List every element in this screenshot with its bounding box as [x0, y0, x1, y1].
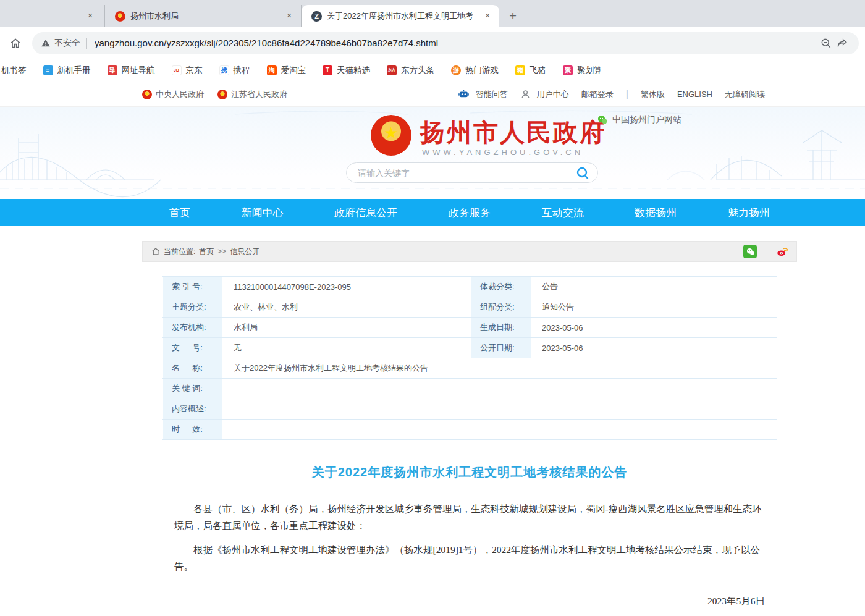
meta-value: 无 [224, 338, 470, 358]
bookmark-item[interactable]: 淘爱淘宝 [267, 65, 306, 76]
gov-site-link[interactable]: ★江苏省人民政府 [217, 89, 287, 100]
article-title: 关于2022年度扬州市水利工程文明工地考核结果的公告 [174, 464, 765, 481]
site-search-box[interactable] [346, 162, 598, 183]
meta-label: 组配分类: [470, 297, 532, 317]
gov-site-link[interactable]: ★中央人民政府 [142, 89, 204, 100]
meta-value: 通知公告 [532, 297, 777, 317]
nav-item[interactable]: 新闻中心 [242, 206, 284, 220]
bookmark-item[interactable]: JD京东 [172, 65, 203, 76]
topbar-link-无障碍阅读[interactable]: 无障碍阅读 [725, 89, 765, 100]
bookmark-item[interactable]: 聚聚划算 [563, 65, 602, 76]
topbar-link-label: 繁体版 [641, 89, 665, 100]
topbar-link-label: 邮箱登录 [581, 89, 614, 100]
home-icon [151, 247, 160, 256]
zoom-out-icon[interactable] [818, 35, 834, 51]
tab-close-icon[interactable]: × [85, 11, 96, 22]
tab-close-icon[interactable]: × [482, 11, 493, 22]
topbar-link-label: 用户中心 [537, 89, 569, 100]
meta-value [224, 420, 777, 439]
meta-label: 主题分类: [162, 297, 224, 317]
meta-value: 2023-05-06 [532, 338, 777, 358]
meta-label: 时 效: [162, 420, 224, 439]
bookmark-item[interactable]: 携携程 [219, 65, 250, 76]
browser-tab-active[interactable]: Z 关于2022年度扬州市水利工程文明工地考 × [302, 5, 499, 27]
search-input[interactable] [358, 168, 575, 178]
nav-item[interactable]: 数据扬州 [635, 206, 677, 220]
divider [86, 38, 87, 49]
taobao-icon: 淘 [267, 65, 277, 75]
security-label: 不安全 [54, 38, 80, 49]
topbar-link-邮箱登录[interactable]: 邮箱登录 [581, 89, 614, 100]
national-emblem-icon: ★ [217, 90, 227, 99]
tab-title: 扬州市水利局 [130, 11, 279, 22]
tab-close-icon[interactable]: × [284, 11, 295, 22]
topbar-link-用户中心[interactable]: 用户中心 [520, 89, 569, 100]
article-paragraph: 根据《扬州市水利工程文明工地建设管理办法》（扬水规[2019]1号），2022年… [174, 541, 765, 575]
topbar-link-label: 无障碍阅读 [725, 89, 765, 100]
bookmark-item[interactable]: T天猫精选 [323, 65, 370, 76]
meta-row: 索 引 号:11321000014407098E-2023-095体裁分类:公告 [162, 277, 777, 297]
national-emblem-icon: ★ [142, 90, 152, 99]
site-name: 扬州市人民政府 [420, 116, 606, 150]
new-tab-button[interactable]: + [504, 7, 521, 25]
url-pill[interactable]: 不安全 yangzhou.gov.cn/yzszxxgk/slj/202305/… [32, 32, 859, 54]
search-icon[interactable] [575, 166, 590, 180]
bookmark-item[interactable]: 导网址导航 [108, 65, 155, 76]
national-emblem-favicon: ★ [115, 11, 125, 22]
juhuasuan-icon: 聚 [563, 65, 573, 75]
nav-item[interactable]: 政府信息公开 [334, 206, 397, 220]
star-glyph: ★ [220, 92, 224, 97]
browser-tab-cutoff[interactable]: × [0, 5, 105, 27]
meta-value [224, 379, 777, 399]
meta-value: 关于2022年度扬州市水利工程文明工地考核结果的公告 [224, 358, 777, 378]
nav-item[interactable]: 首页 [169, 206, 190, 220]
share-weibo-icon[interactable] [775, 245, 789, 258]
wechat-icon [597, 114, 608, 125]
meta-value: 公告 [532, 277, 777, 297]
site-z-favicon: Z [311, 11, 322, 22]
share-wechat-icon[interactable] [743, 245, 757, 258]
meta-label: 关 键 词: [162, 379, 224, 399]
home-icon[interactable] [7, 35, 23, 51]
topbar-link-label: 智能问答 [476, 89, 508, 100]
meta-label: 生成日期: [470, 318, 532, 337]
browser-tab-shuiliju[interactable]: ★ 扬州市水利局 × [105, 5, 302, 27]
nav-item[interactable]: 政务服务 [449, 206, 491, 220]
site-header-banner: ★ 扬州市人民政府 WWW.YANGZHOU.GOV.CN 中国扬州门户网站 [0, 107, 865, 199]
user-icon [520, 89, 534, 99]
portal-label: 中国扬州门户网站 [612, 114, 681, 125]
portal-link[interactable]: 中国扬州门户网站 [597, 114, 681, 125]
meta-value: 2023-05-06 [532, 318, 777, 337]
meta-row: 内容概述: [162, 399, 777, 420]
site-url: WWW.YANGZHOU.GOV.CN [422, 148, 583, 157]
nav-item[interactable]: 互动交流 [542, 206, 584, 220]
bookmark-label: 飞猪 [530, 65, 546, 76]
bookmark-item[interactable]: 东方东方头条 [387, 65, 434, 76]
bookmark-item[interactable]: 机书签 [1, 65, 27, 76]
topbar-divider: | [626, 89, 628, 100]
government-emblem-logo: ★ [371, 115, 411, 156]
tab-title: 关于2022年度扬州市水利工程文明工地考 [327, 11, 477, 22]
nav-item[interactable]: 魅力扬州 [728, 206, 770, 220]
article: 关于2022年度扬州市水利工程文明工地考核结果的公告 各县（市、区）水利（务）局… [142, 464, 797, 616]
url-text[interactable]: yangzhou.gov.cn/yzszxxgk/slj/202305/210c… [95, 38, 818, 48]
dongfang-icon: 东方 [387, 65, 397, 75]
primary-nav: 首页新闻中心政府信息公开政务服务互动交流数据扬州魅力扬州 [0, 199, 865, 226]
share-icon[interactable] [834, 35, 850, 51]
robot-icon [458, 88, 473, 100]
document-meta-table: 索 引 号:11321000014407098E-2023-095体裁分类:公告… [162, 276, 777, 440]
bookmark-label: 机书签 [1, 65, 27, 76]
bookmark-item[interactable]: 游热门游戏 [451, 65, 499, 76]
topbar-link-ENGLISH[interactable]: ENGLISH [677, 90, 712, 99]
bookmark-item[interactable]: 猪飞猪 [515, 65, 546, 76]
warning-icon [41, 38, 51, 48]
meta-label: 发布机构: [162, 318, 224, 337]
meta-row: 文 号:无公开日期:2023-05-06 [162, 338, 777, 358]
bookmark-label: 东方头条 [401, 65, 434, 76]
breadcrumb-label: 当前位置: [164, 247, 195, 257]
bookmark-label: 热门游戏 [465, 65, 499, 76]
breadcrumb-home-link[interactable]: 首页 [199, 247, 214, 257]
bookmark-item[interactable]: ≡新机手册 [43, 65, 91, 76]
topbar-link-智能问答[interactable]: 智能问答 [458, 88, 508, 100]
topbar-link-繁体版[interactable]: 繁体版 [641, 89, 665, 100]
